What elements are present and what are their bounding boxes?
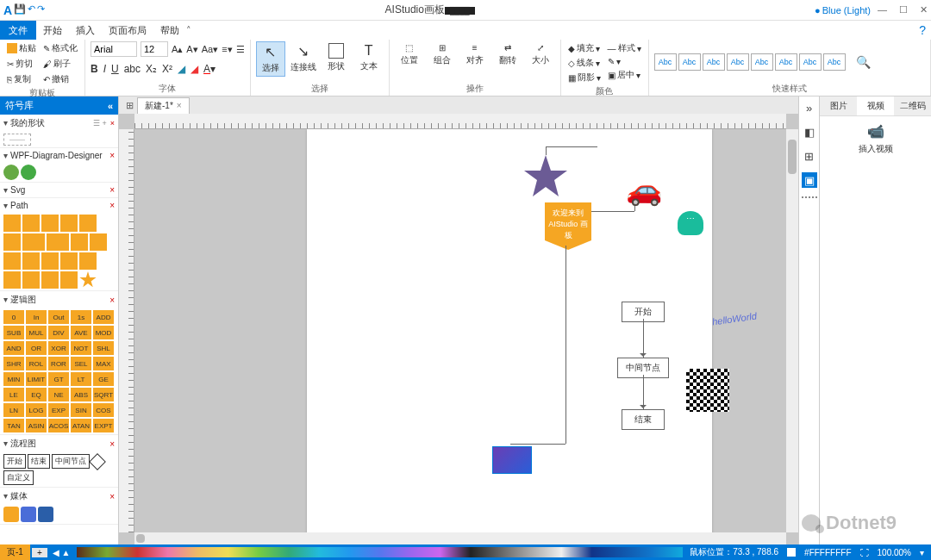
logic-mod[interactable]: MOD [93,326,114,339]
flow-end[interactable]: 结束 [622,409,665,430]
scrollbar-vertical[interactable] [786,129,798,532]
logic-rol[interactable]: ROL [26,357,47,370]
scrollbar-horizontal[interactable] [134,532,786,544]
gauge-icon[interactable] [678,211,703,235]
gear-icon[interactable] [21,165,36,180]
video-icon[interactable] [21,507,36,522]
logic-ge[interactable]: GE [93,372,114,386]
connector[interactable] [546,146,547,155]
size-button[interactable]: ⤢大小 [526,41,555,68]
path-shape[interactable] [3,252,21,270]
canvas[interactable]: 🚗 欢迎来到 AIStudio 画板 开始 中间节点 结束 [134,129,786,532]
logic-sub[interactable]: SUB [3,326,24,339]
logic-ror[interactable]: ROR [48,357,69,370]
close-tab-icon[interactable]: × [177,101,182,110]
flow-template[interactable]: 结束 [28,454,50,469]
expand-icon[interactable]: » [802,100,817,115]
connector-button[interactable]: ↘连接线 [289,41,318,75]
logic-atan[interactable]: ATAN [71,419,91,432]
minimize-icon[interactable]: — [878,4,887,16]
gif-icon[interactable] [3,507,19,522]
logic-asin[interactable]: ASIN [26,419,47,432]
paste-button[interactable]: 粘贴 [5,41,38,55]
section-media[interactable]: 媒体 [10,491,28,501]
logic-shl[interactable]: SHL [93,341,114,355]
path-shape[interactable] [79,252,97,270]
logic-lt[interactable]: LT [71,372,91,386]
style-button[interactable]: — 样式 ▾ [606,41,643,55]
undo-icon[interactable]: ↶ [28,3,35,17]
path-shape[interactable] [22,252,40,270]
section-flow[interactable]: 流程图 [10,439,36,448]
quick-style[interactable]: Abc [799,53,822,71]
path-shape[interactable] [71,233,88,251]
path-shape[interactable] [22,215,40,232]
logic-acos[interactable]: ACOS [48,419,69,432]
menu-start[interactable]: 开始 [36,21,69,40]
flow-template[interactable] [89,453,106,470]
text-button[interactable]: T文本 [354,41,384,74]
logic-xor[interactable]: XOR [48,341,69,355]
path-shape[interactable] [22,233,45,251]
highlight-icon[interactable]: ◢ [178,63,185,75]
quick-style[interactable]: Abc [703,53,725,71]
logic-ave[interactable]: AVE [71,326,91,339]
section-myshapes[interactable]: 我的形状 [10,118,45,128]
subscript-icon[interactable]: X₂ [146,63,157,75]
grid-icon[interactable]: ⊞ [802,148,817,164]
align-button[interactable]: ≡对齐 [460,41,490,68]
logic-1s[interactable]: 1s [71,310,91,324]
logic-out[interactable]: Out [48,310,69,324]
flow-template[interactable]: 中间节点 [52,454,90,469]
shrink-font-icon[interactable]: A▾ [186,44,197,55]
path-shape[interactable] [41,215,59,232]
quick-style[interactable]: Abc [727,53,749,71]
menu-insert[interactable]: 插入 [69,21,102,40]
flow-template[interactable]: 自定义 [3,470,34,485]
logic-or[interactable]: OR [26,341,47,355]
path-shape[interactable] [3,233,21,251]
section-logic[interactable]: 逻辑图 [10,295,36,304]
image-shape[interactable] [492,446,532,474]
path-shape[interactable] [22,271,40,289]
theme-label[interactable]: Blue (Light) [815,5,871,16]
position-button[interactable]: ⬚位置 [395,41,424,68]
fontcolor-icon[interactable]: A▾ [203,63,216,75]
logic-expt[interactable]: EXPT [93,419,114,432]
save-icon[interactable]: 💾 [14,3,26,17]
undo-button[interactable]: ↶撤销 [41,72,79,86]
zoom-dropdown-icon[interactable]: ▾ [920,548,924,557]
strike-icon[interactable]: abc [124,63,141,75]
tab-image[interactable]: 图片 [820,96,857,115]
align-icon[interactable]: ≡▾ [222,44,232,55]
pen-button[interactable]: ✎ ▾ [606,56,643,67]
tab-video[interactable]: 视频 [857,96,894,115]
connector[interactable] [643,319,644,358]
logic-log[interactable]: LOG [26,403,47,417]
logic-0[interactable]: 0 [3,310,24,324]
add-page-button[interactable]: + [32,548,47,557]
logic-div[interactable]: DIV [48,326,69,339]
connector[interactable] [565,246,566,444]
logic-add[interactable]: ADD [93,310,114,324]
superscript-icon[interactable]: X² [162,63,172,75]
section-svg[interactable]: Svg [10,185,25,195]
hello-text[interactable]: helloWorld [711,310,757,327]
logic-in[interactable]: In [26,310,47,324]
logic-mul[interactable]: MUL [26,326,47,339]
path-shape[interactable] [60,252,78,270]
font-name-input[interactable] [91,41,137,57]
menu-file[interactable]: 文件 [0,21,36,40]
case-icon[interactable]: Aa▾ [202,44,218,55]
logic-ln[interactable]: LN [3,403,24,417]
search-icon[interactable]: 🔍 [856,55,871,69]
logic-ne[interactable]: NE [48,388,69,401]
star-shape[interactable] [79,271,97,289]
connector[interactable] [510,444,565,445]
svg-icon[interactable] [38,507,53,522]
format-button[interactable]: ✎格式化 [41,41,79,55]
connector[interactable] [546,146,597,147]
path-shape[interactable] [60,215,78,232]
quick-style[interactable]: Abc [775,53,797,71]
section-path[interactable]: Path [10,201,28,210]
